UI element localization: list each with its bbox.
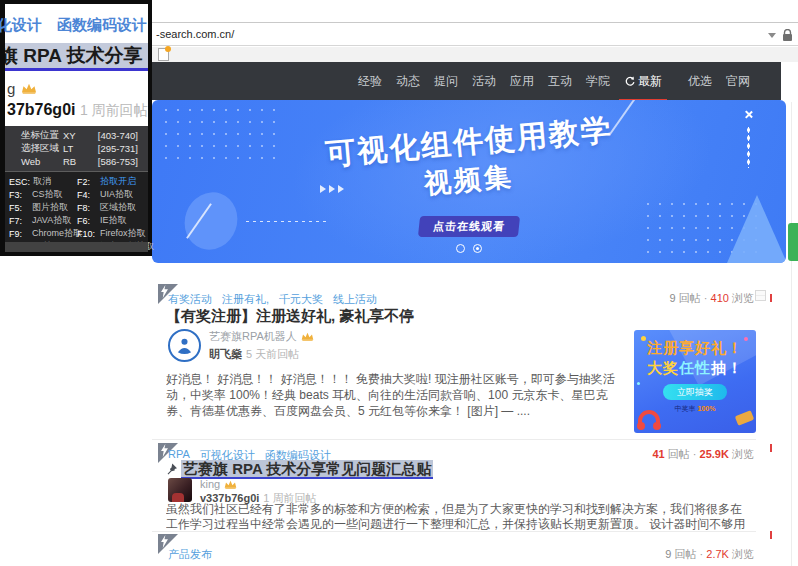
crown-icon [301,332,314,341]
post-stats: 41 回帖 · 25.9K 浏览 [652,447,754,462]
post-row: RPA 可视化设计 函数编码设计 41 回帖 · 25.9K 浏览 艺赛旗 RP… [152,443,756,531]
crown-icon [21,83,37,94]
magnified-author: g [7,80,37,97]
red-tick-decoration [770,444,772,452]
view-label: 浏览 [732,448,754,460]
nav-item-feed[interactable]: 动态 [396,73,420,90]
reply-label: 回帖 [675,548,697,560]
nav-item-official-site[interactable]: 官网 [726,73,750,90]
nav-item-academy[interactable]: 学院 [586,73,610,90]
post-tags: 有奖活动 注册有礼, 千元大奖 线上活动 [168,292,377,307]
avatar[interactable] [168,329,201,362]
banner-dash-row-decoration [244,220,328,223]
nav-item-experience[interactable]: 经验 [358,73,382,90]
divider [152,439,756,440]
pin-icon [166,463,177,475]
post-tag[interactable]: 产品发布 [168,547,212,562]
post-tags: 产品发布 [168,547,212,562]
nav-item-interact[interactable]: 互动 [548,73,572,90]
hero-carousel[interactable]: 可视化组件使用教学 视频集 点击在线观看 [152,100,786,263]
headphones-icon [635,408,663,432]
nav-menu: 经验 动态 提问 活动 应用 互动 学院 最新 优选 官网 [358,62,750,100]
magnified-selected-title: 旗 RPA 技术分享 [5,43,148,71]
post-stats: 9 回帖 · 410 浏览 [670,291,754,306]
lock-icon [782,29,793,42]
nav-item-apps[interactable]: 应用 [510,73,534,90]
scrollbar-track-line [791,102,792,566]
crown-icon [224,480,237,489]
thumb-draw-button[interactable]: 立即抽奖 [663,384,727,400]
last-reply-time: 5 天前回帖 [246,348,299,360]
refresh-icon [624,76,635,87]
red-tick-decoration [770,531,772,539]
nav-item-featured[interactable]: 优选 [688,73,712,90]
view-count: 410 [711,292,729,304]
thumb-headline: 注册享好礼！ [634,339,756,358]
reply-label: 回帖 [668,448,690,460]
nav-item-latest[interactable]: 最新 [624,73,662,90]
confetti-dot [637,382,640,385]
picker-hotkeys-panel: ESC:取消 F2:拾取开启 F3:CS拾取 F4:UIA拾取 F5:图片拾取 … [5,171,148,242]
reply-label: 回帖 [679,292,701,304]
carousel-dots [152,244,786,253]
nav-item-latest-label: 最新 [638,73,662,90]
thumb-subheadline: 大奖任性抽！ [634,359,756,378]
element-picker-overlay: 化设计 函数编码设计 旗 RPA 技术分享 g 37b76g0i 1 周前回帖 … [0,0,152,256]
red-tick-decoration [770,294,772,302]
view-count: 2.7K [706,548,729,560]
url-input[interactable]: -search.com.cn/ [156,28,234,40]
divider [152,531,756,532]
carousel-dot-active[interactable] [473,244,482,253]
reply-count: 41 [652,448,664,460]
url-dropdown-arrow-icon[interactable] [768,33,776,38]
post-author-block: 艺赛旗RPA机器人 眀飞燊5 天前回帖 [168,329,314,362]
post-excerpt: 虽然我们社区已经有了非常多的标签和方便的检索，但是为了大家更快的学习和找到解决方… [166,502,752,531]
post-thumbnail[interactable]: 注册享好礼！ 大奖任性抽！ 立即抽奖 中奖率 100% [634,330,756,433]
post-stats: 9 回帖 · 2.7K 浏览 [665,547,754,562]
dot-separator: · [704,292,708,304]
dot-separator: · [693,448,697,460]
view-label: 浏览 [732,292,754,304]
picker-bottom-bar [5,242,148,252]
post-tag[interactable]: 线上活动 [333,292,377,307]
reply-count: 9 [670,292,676,304]
new-tab-icon[interactable] [158,48,169,61]
last-reply-user[interactable]: 眀飞燊 [209,348,242,360]
post-title-highlighted[interactable]: 艺赛旗 RPA 技术分享常见问题汇总贴 [166,460,433,479]
avatar[interactable] [168,478,192,502]
magnified-reply-line: 37b76g0i 1 周前回帖 [7,101,148,120]
tiny-placeholder-icon [755,290,766,301]
dot-separator: · [700,548,704,560]
post-excerpt: 好消息！ 好消息！！ 好消息！！！ 免费抽大奖啦! 现注册社区账号，即可参与抽奖… [166,371,628,419]
picker-coordinates-panel: 坐标位置 XY [403-740] 选择区域 LT [295-731] Web … [5,126,148,171]
carousel-dot[interactable] [456,244,465,253]
post-tag[interactable]: 有奖活动 [168,292,212,307]
view-count: 25.9K [700,448,729,460]
nav-item-events[interactable]: 活动 [472,73,496,90]
magnified-tags-text: 化设计 函数编码设计 [0,16,147,35]
author-name[interactable]: king [200,478,220,490]
floating-widget-partial[interactable] [788,223,798,261]
banner-cta-button[interactable]: 点击在线观看 [418,216,520,237]
post-row: 有奖活动 注册有礼, 千元大奖 线上活动 9 回帖 · 410 浏览 【有奖注册… [152,284,756,439]
reply-count: 9 [665,548,671,560]
author-name[interactable]: 艺赛旗RPA机器人 [209,329,297,344]
post-title[interactable]: 【有奖注册】注册送好礼, 豪礼享不停 [166,307,414,326]
post-row: 产品发布 9 回帖 · 2.7K 浏览 [152,534,756,566]
screen: -search.com.cn/ 经验 动态 提问 活动 应用 互动 学院 最新 [0,0,798,566]
view-label: 浏览 [732,548,754,560]
post-tag[interactable]: 千元大奖 [279,292,323,307]
nav-item-questions[interactable]: 提问 [434,73,458,90]
post-tag[interactable]: 注册有礼, [222,292,269,307]
